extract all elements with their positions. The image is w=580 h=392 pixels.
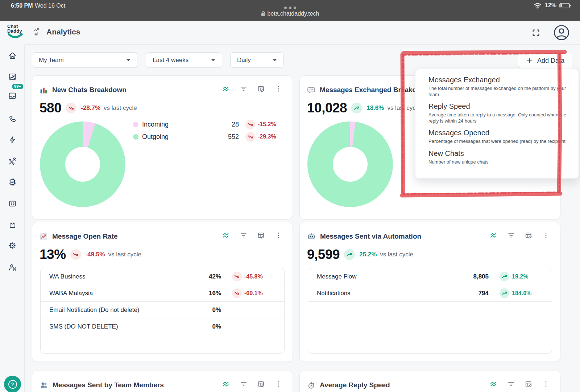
- trends-icon[interactable]: [222, 231, 230, 239]
- filter-icon[interactable]: [240, 231, 248, 239]
- sidebar-item-store[interactable]: [4, 216, 21, 233]
- sidebar-item-automations[interactable]: [4, 131, 21, 148]
- code-icon: [8, 199, 17, 208]
- table-row[interactable]: SMS (DO NOT DELETE) 0%: [41, 318, 284, 335]
- table-row[interactable]: Notifications 794 184.6%: [308, 285, 552, 302]
- chevron-down-icon: [126, 59, 130, 61]
- menu-item-messages-opened[interactable]: Messages Opened Percentage of messages t…: [428, 128, 571, 145]
- incoming-dot: [133, 122, 138, 127]
- analytics-icon: [32, 27, 41, 37]
- svg-text:?: ?: [11, 381, 14, 387]
- page-dots[interactable]: [0, 4, 580, 11]
- sidebar-item-integrations[interactable]: [4, 152, 21, 170]
- card-title: Messages Sent by Team Members: [53, 381, 164, 389]
- stat-value: 9,599: [307, 247, 340, 262]
- inbox-icon: [8, 91, 17, 100]
- open-rate-table: WA Business 42% -45.8% WABA Malaysia 16%…: [40, 268, 285, 354]
- add-data-button[interactable]: Add Data: [518, 53, 572, 68]
- table-row[interactable]: WA Business 42% -45.8%: [41, 268, 284, 285]
- app-header: Chat Daddy Analytics: [0, 21, 580, 45]
- sidebar-item-contacts[interactable]: [4, 68, 21, 85]
- card-messages-sent-by-team-members: Messages Sent by Team Members: [32, 371, 293, 392]
- help-button[interactable]: ?: [4, 376, 21, 392]
- sidebar-item-ai[interactable]: AI: [4, 173, 21, 191]
- kebab-menu-icon[interactable]: [274, 231, 282, 239]
- trends-icon[interactable]: [222, 85, 230, 93]
- kebab-menu-icon[interactable]: [542, 380, 550, 388]
- page-title: Analytics: [46, 28, 80, 36]
- tools-icon: [8, 156, 17, 166]
- card-average-reply-speed: Average Reply Speed: [299, 371, 560, 392]
- sidebar-item-developer[interactable]: [4, 195, 21, 212]
- trend-down-badge: [232, 272, 242, 281]
- kebab-menu-icon[interactable]: [542, 231, 550, 239]
- card-new-chats-breakdown: New Chats Breakdown 580 -28.7% vs last c…: [32, 75, 293, 219]
- trends-icon[interactable]: [490, 231, 498, 239]
- home-icon: [8, 51, 17, 60]
- card-title: Messages Sent via Automation: [320, 232, 421, 240]
- table-row-empty: [308, 302, 552, 354]
- bar-chart-icon: [40, 86, 48, 94]
- kebab-menu-icon[interactable]: [274, 380, 282, 388]
- battery-percent: 12%: [545, 2, 556, 9]
- menu-item-reply-speed[interactable]: Reply Speed Average time taken to reply …: [428, 102, 571, 124]
- unread-badge: 99+: [12, 84, 23, 89]
- delta-suffix: vs last cycle: [380, 251, 413, 258]
- contact-card-icon: [8, 72, 17, 81]
- sidebar-item-settings[interactable]: [4, 237, 21, 254]
- trend-down-badge: [66, 103, 76, 114]
- messages-exchanged-donut-chart: [307, 121, 393, 207]
- delta-suffix: vs last cycle: [104, 104, 137, 112]
- granularity-select[interactable]: Daily: [230, 52, 284, 68]
- address-bar[interactable]: beta.chatdaddy.tech: [0, 11, 580, 17]
- chatdaddy-logo[interactable]: Chat Daddy: [7, 24, 25, 40]
- table-row[interactable]: WABA Malaysia 16% -69.1%: [41, 285, 284, 302]
- table-edit-icon[interactable]: [257, 85, 265, 93]
- team-select[interactable]: My Team: [32, 52, 137, 68]
- date-range-select[interactable]: Last 4 weeks: [146, 52, 222, 68]
- bag-icon: [8, 220, 17, 229]
- delta-value: -28.7%: [81, 104, 100, 112]
- menu-item-messages-exchanged[interactable]: Messages Exchanged The total number of m…: [428, 75, 571, 98]
- new-chats-donut-chart: [40, 121, 125, 207]
- question-icon: ?: [7, 379, 18, 390]
- filter-icon[interactable]: [240, 85, 248, 93]
- sidebar-item-user-settings[interactable]: [4, 259, 21, 276]
- line-chart-icon: [40, 232, 48, 241]
- sidebar-item-calls[interactable]: [4, 110, 21, 127]
- fullscreen-icon[interactable]: [531, 28, 541, 38]
- filter-icon[interactable]: [240, 380, 248, 388]
- robot-icon: [307, 232, 316, 241]
- stat-value: 10,028: [307, 100, 347, 116]
- chart-legend: Incoming 28 -15.2% Outgoing 552 -29.3%: [133, 118, 283, 143]
- table-edit-icon[interactable]: [257, 380, 265, 388]
- sidebar-item-chats[interactable]: 99+: [4, 87, 21, 104]
- status-bar: 6:50 PM Wed 16 Oct beta.chatdaddy.tech 1…: [0, 0, 580, 21]
- team-members-icon: [40, 381, 48, 389]
- trend-down-badge: [70, 249, 81, 260]
- delta-value: 18.6%: [366, 104, 384, 112]
- sidebar-item-home[interactable]: [4, 47, 21, 64]
- trends-icon[interactable]: [222, 380, 230, 388]
- wifi-icon: [533, 2, 542, 9]
- trends-icon[interactable]: [490, 380, 498, 388]
- ai-chip-icon: AI: [8, 177, 17, 187]
- trend-down-badge: [245, 132, 255, 142]
- kebab-menu-icon[interactable]: [274, 85, 282, 93]
- filter-icon[interactable]: [507, 231, 515, 239]
- outgoing-dot: [133, 134, 138, 140]
- table-edit-icon[interactable]: [525, 231, 533, 239]
- profile-avatar[interactable]: [553, 24, 570, 41]
- table-edit-icon[interactable]: [525, 380, 533, 388]
- menu-item-new-chats[interactable]: New Chats Number of new unique chats: [428, 149, 571, 165]
- lock-icon: [261, 11, 266, 16]
- logo-smile: [7, 33, 23, 38]
- table-edit-icon[interactable]: [257, 231, 265, 239]
- card-message-open-rate: Message Open Rate 13% -49.5% vs last cyc…: [32, 222, 293, 362]
- delta-suffix: vs last cycle: [108, 251, 141, 258]
- card-messages-sent-via-automation: Messages Sent via Automation 9,599 25.2%…: [299, 222, 560, 362]
- table-row[interactable]: Email Notification (Do not delete) 0%: [41, 302, 284, 318]
- card-title: Message Open Rate: [52, 232, 118, 240]
- filter-icon[interactable]: [507, 380, 515, 388]
- table-row[interactable]: Message Flow 8,805 19.2%: [308, 268, 552, 285]
